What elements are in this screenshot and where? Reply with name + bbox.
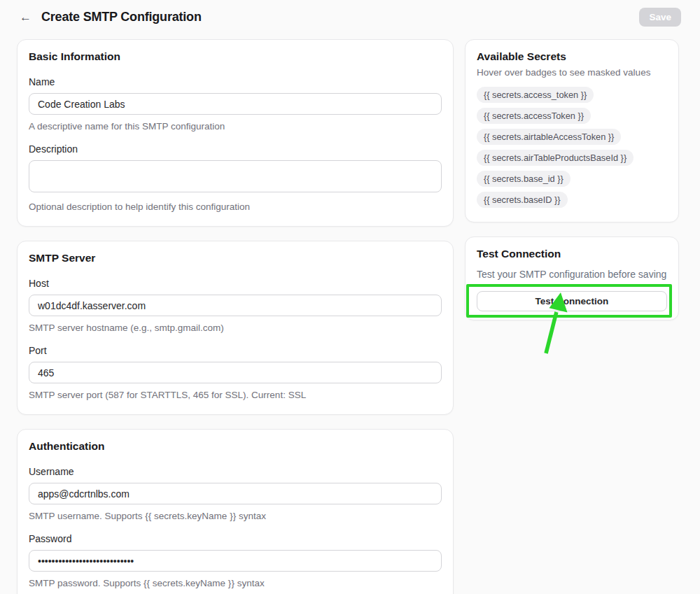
name-field-group: Name A descriptive name for this SMTP co… [29,76,442,132]
description-help-text: Optional description to help identify th… [29,201,442,212]
username-help-text: SMTP username. Supports {{ secrets.keyNa… [29,511,442,521]
authentication-title: Authentication [29,440,442,453]
username-label: Username [29,466,442,477]
host-label: Host [29,278,442,289]
port-label: Port [29,345,442,356]
name-help-text: A descriptive name for this SMTP configu… [29,121,442,132]
password-input[interactable] [29,550,442,572]
username-field-group: Username SMTP username. Supports {{ secr… [29,466,442,521]
name-input[interactable] [29,93,442,115]
save-button[interactable]: Save [639,8,681,27]
secret-badge[interactable]: {{ secrets.base_id }} [477,171,570,187]
page-title: Create SMTP Configuration [41,10,202,24]
main-content: Basic Information Name A descriptive nam… [0,28,700,594]
secret-badge[interactable]: {{ secrets.baseID }} [477,192,568,208]
password-help-text: SMTP password. Supports {{ secrets.keyNa… [29,578,442,588]
password-label: Password [29,533,442,544]
secret-badge[interactable]: {{ secrets.access_token }} [477,87,594,103]
port-field-group: Port SMTP server port (587 for STARTTLS,… [29,345,442,400]
secret-badge[interactable]: {{ secrets.airTableProductsBaseId }} [477,150,634,166]
description-label: Description [29,143,442,155]
test-connection-card: Test Connection Test your SMTP configura… [465,236,679,320]
username-input[interactable] [29,483,442,504]
smtp-server-card: SMTP Server Host SMTP server hostname (e… [17,241,454,415]
secret-badge[interactable]: {{ secrets.airtableAccessToken }} [477,129,621,145]
test-connection-button-wrap: Test Connection [477,291,667,311]
test-connection-button[interactable]: Test Connection [477,291,667,311]
smtp-server-title: SMTP Server [29,252,442,264]
test-connection-subtitle: Test your SMTP configuration before savi… [477,269,667,280]
back-button[interactable]: ← [17,10,34,24]
basic-information-title: Basic Information [29,50,442,63]
description-field-group: Description Optional description to help… [29,143,442,212]
host-help-text: SMTP server hostname (e.g., smtp.gmail.c… [29,323,442,333]
test-connection-title: Test Connection [477,248,667,260]
secret-badges-list: {{ secrets.access_token }}{{ secrets.acc… [477,87,667,208]
available-secrets-title: Available Secrets [477,50,667,63]
basic-information-card: Basic Information Name A descriptive nam… [17,39,454,227]
name-label: Name [29,76,442,87]
password-field-group: Password SMTP password. Supports {{ secr… [29,533,442,588]
back-arrow-icon: ← [20,10,31,24]
port-help-text: SMTP server port (587 for STARTTLS, 465 … [29,390,442,400]
page-header: ← Create SMTP Configuration Save [0,0,700,28]
available-secrets-card: Available Secrets Hover over badges to s… [465,39,679,222]
form-column: Basic Information Name A descriptive nam… [17,39,454,594]
authentication-card: Authentication Username SMTP username. S… [17,429,454,594]
host-field-group: Host SMTP server hostname (e.g., smtp.gm… [29,278,442,333]
secret-badge[interactable]: {{ secrets.accessToken }} [477,108,591,124]
available-secrets-subtitle: Hover over badges to see masked values [477,67,667,78]
port-input[interactable] [29,362,442,383]
description-textarea[interactable] [29,160,442,192]
sidebar-column: Available Secrets Hover over badges to s… [465,39,679,334]
host-input[interactable] [29,295,442,316]
